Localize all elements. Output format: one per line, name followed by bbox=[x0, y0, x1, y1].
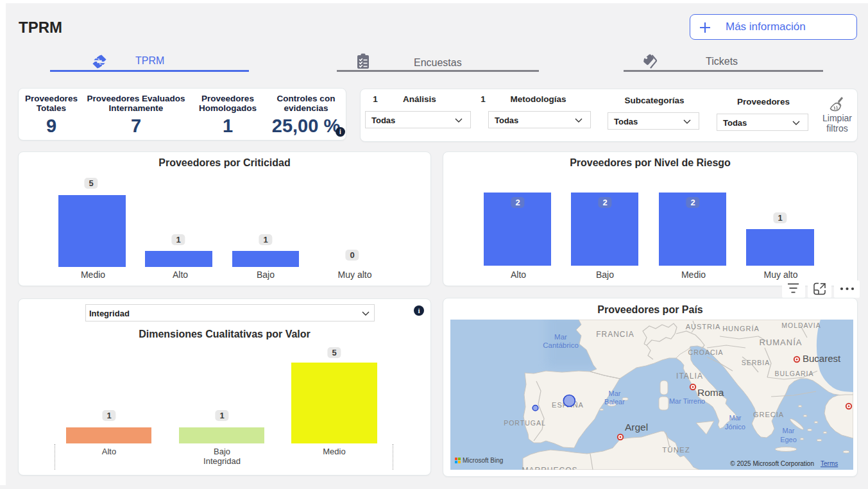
svg-text:© 2025 Microsoft Corporation: © 2025 Microsoft Corporation bbox=[730, 460, 814, 467]
svg-text:FRANCIA: FRANCIA bbox=[596, 330, 634, 339]
svg-text:PORTUGAL: PORTUGAL bbox=[504, 419, 546, 427]
svg-text:Mar Tirreno: Mar Tirreno bbox=[669, 397, 705, 405]
svg-text:Argel: Argel bbox=[625, 422, 648, 433]
svg-text:Jónico: Jónico bbox=[725, 423, 745, 431]
svg-text:Egeo: Egeo bbox=[780, 436, 797, 443]
svg-text:Mar: Mar bbox=[554, 333, 567, 341]
svg-text:HUNGRÍA: HUNGRÍA bbox=[722, 325, 760, 332]
svg-text:Mar: Mar bbox=[609, 390, 621, 397]
svg-text:RUMANÍA: RUMANÍA bbox=[760, 338, 803, 347]
svg-text:GRECIA: GRECIA bbox=[753, 411, 784, 418]
svg-text:Balear: Balear bbox=[604, 398, 625, 406]
svg-text:TÚNEZ: TÚNEZ bbox=[662, 446, 690, 454]
svg-text:Terms: Terms bbox=[821, 460, 838, 467]
svg-text:SERBIA: SERBIA bbox=[742, 359, 770, 366]
svg-text:Roma: Roma bbox=[697, 387, 724, 398]
svg-text:BULGARIA: BULGARIA bbox=[774, 370, 813, 377]
svg-text:MOLDAVIA: MOLDAVIA bbox=[781, 322, 821, 329]
svg-text:Mar: Mar bbox=[783, 427, 795, 434]
svg-text:Cantábrico: Cantábrico bbox=[543, 341, 579, 349]
svg-text:Mar: Mar bbox=[729, 414, 742, 422]
svg-text:MARRUECOS: MARRUECOS bbox=[522, 466, 577, 470]
svg-text:AUSTRIA: AUSTRIA bbox=[686, 323, 721, 330]
svg-text:Microsoft Bing: Microsoft Bing bbox=[463, 457, 503, 464]
svg-text:Bucarest: Bucarest bbox=[803, 353, 841, 364]
svg-text:CROACIA: CROACIA bbox=[688, 348, 724, 356]
svg-text:ITALIA: ITALIA bbox=[676, 372, 703, 381]
